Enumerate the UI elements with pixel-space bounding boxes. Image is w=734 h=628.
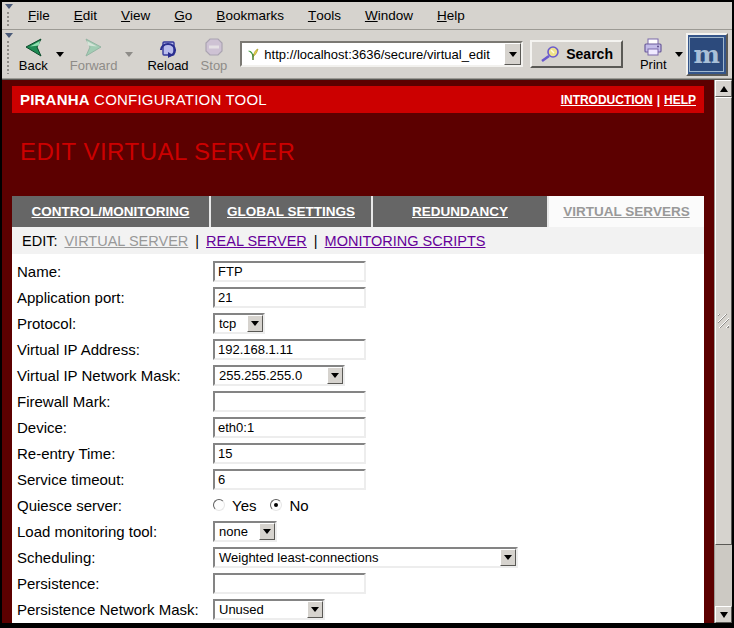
selected-value: 255.255.255.0 [215, 367, 327, 384]
url-input[interactable]: http://localhost:3636/secure/virtual_edi… [261, 47, 504, 62]
radio-yes[interactable] [213, 499, 225, 511]
selected-value: none [215, 523, 259, 540]
subnav-links: VIRTUAL SERVER|REAL SERVER|MONITORING SC… [64, 233, 485, 249]
form-row-virtual-ip-network-mask: Virtual IP Network Mask:255.255.255.0 [12, 362, 704, 388]
select-dropdown-button[interactable] [500, 549, 516, 566]
tab-virtual-servers[interactable]: VIRTUAL SERVERS [549, 196, 704, 227]
field-label-load-monitoring-tool: Load monitoring tool: [12, 523, 213, 540]
form-row-scheduling: Scheduling:Weighted least-connections [12, 544, 704, 570]
search-button[interactable]: Search [530, 40, 623, 68]
menu-window[interactable]: Window [353, 2, 425, 29]
reload-button[interactable]: Reload [144, 35, 191, 74]
field-label-protocol: Protocol: [12, 315, 213, 332]
scroll-down-button[interactable] [715, 606, 732, 623]
field-label-virtual-ip-network-mask: Virtual IP Network Mask: [12, 367, 213, 384]
menu-view[interactable]: View [109, 2, 162, 29]
tab-redundancy[interactable]: REDUNDANCY [373, 196, 549, 227]
field-label-device: Device: [12, 419, 213, 436]
field-input-virtual-ip-address[interactable]: 192.168.1.11 [213, 339, 366, 360]
subnav-real-server[interactable]: REAL SERVER [206, 233, 307, 249]
menu-edit[interactable]: Edit [62, 2, 109, 29]
field-select-virtual-ip-network-mask[interactable]: 255.255.255.0 [213, 365, 345, 386]
url-history-dropdown[interactable] [504, 43, 521, 65]
search-icon [540, 45, 562, 63]
browser-window: FileEditViewGoBookmarksToolsWindowHelp B… [0, 0, 734, 628]
chevron-down-icon [311, 607, 319, 612]
selected-value: tcp [215, 315, 247, 332]
field-select-load-monitoring-tool[interactable]: none [213, 521, 277, 542]
stop-button[interactable]: Stop [198, 35, 231, 74]
form-row-application-port: Application port:21 [12, 284, 704, 310]
back-icon [21, 37, 45, 58]
form-row-firewall-mark: Firewall Mark: [12, 388, 704, 414]
stop-label: Stop [201, 59, 228, 72]
tab-control-monitoring[interactable]: CONTROL/MONITORING [12, 196, 211, 227]
radio-label-no: No [289, 497, 308, 514]
form-row-device: Device:eth0:1 [12, 414, 704, 440]
selected-value: Weighted least-connections [215, 549, 500, 566]
field-input-re-entry-time[interactable]: 15 [213, 443, 366, 464]
scrollbar-track[interactable] [715, 97, 732, 606]
brand-strong: PIRANHA [20, 91, 90, 108]
help-link[interactable]: HELP [664, 93, 696, 107]
selected-value: Unused [215, 601, 307, 618]
print-button[interactable]: Print [637, 35, 670, 73]
menu-bookmarks[interactable]: Bookmarks [204, 2, 296, 29]
grippy-dots [6, 40, 11, 74]
field-input-application-port[interactable]: 21 [213, 287, 366, 308]
select-dropdown-button[interactable] [327, 367, 343, 384]
back-dropdown-icon[interactable] [56, 52, 64, 57]
forward-dropdown-icon[interactable] [125, 52, 133, 57]
toolbar-grippy[interactable] [4, 32, 14, 76]
url-bar[interactable]: http://localhost:3636/secure/virtual_edi… [240, 41, 523, 67]
menubar-grippy[interactable] [4, 3, 14, 28]
field-label-quiesce-server: Quiesce server: [12, 497, 213, 514]
radio-no[interactable] [270, 499, 282, 511]
bookmark-leaf-icon[interactable] [245, 46, 261, 62]
mozilla-m-icon: m [689, 37, 724, 72]
field-input-persistence[interactable] [213, 573, 366, 594]
field-label-name: Name: [12, 263, 213, 280]
select-dropdown-button[interactable] [307, 601, 323, 618]
forward-button[interactable]: Forward [67, 35, 121, 74]
scroll-up-button[interactable] [715, 80, 732, 97]
introduction-link[interactable]: INTRODUCTION [561, 93, 653, 107]
field-label-virtual-ip-address: Virtual IP Address: [12, 341, 213, 358]
select-dropdown-button[interactable] [259, 523, 275, 540]
field-input-device[interactable]: eth0:1 [213, 417, 366, 438]
menu-bar: FileEditViewGoBookmarksToolsWindowHelp [2, 2, 732, 30]
grippy-collapse-icon [5, 33, 13, 38]
subnav-monitoring-scripts[interactable]: MONITORING SCRIPTS [325, 233, 486, 249]
field-input-service-timeout[interactable]: 6 [213, 469, 366, 490]
print-icon [641, 37, 665, 57]
brand-title: PIRANHA CONFIGURATION TOOL [20, 91, 267, 108]
field-select-scheduling[interactable]: Weighted least-connections [213, 547, 518, 568]
menu-file[interactable]: File [16, 2, 62, 29]
field-input-name[interactable]: FTP [213, 261, 366, 282]
field-select-protocol[interactable]: tcp [213, 313, 265, 334]
select-dropdown-button[interactable] [247, 315, 263, 332]
tab-global-settings[interactable]: GLOBAL SETTINGS [211, 196, 373, 227]
browser-viewport: PIRANHA CONFIGURATION TOOL INTRODUCTION|… [2, 79, 732, 623]
menu-help[interactable]: Help [425, 2, 477, 29]
field-label-scheduling: Scheduling: [12, 549, 213, 566]
forward-icon [82, 37, 106, 58]
form-row-protocol: Protocol:tcp [12, 310, 704, 336]
scrollbar-thumb[interactable] [715, 97, 732, 545]
field-select-persistence-network-mask[interactable]: Unused [213, 599, 325, 620]
arrow-down-icon [720, 612, 728, 618]
print-dropdown-icon[interactable] [675, 52, 683, 57]
reload-icon [157, 37, 179, 58]
field-label-persistence: Persistence: [12, 575, 213, 592]
field-label-re-entry-time: Re-entry Time: [12, 445, 213, 462]
field-input-firewall-mark[interactable] [213, 391, 366, 412]
field-label-firewall-mark: Firewall Mark: [12, 393, 213, 410]
mozilla-logo-button[interactable]: m [686, 33, 728, 76]
menu-go[interactable]: Go [162, 2, 204, 29]
vertical-scrollbar[interactable] [714, 80, 732, 623]
back-button[interactable]: Back [16, 35, 51, 74]
reload-label: Reload [147, 59, 188, 72]
menu-tools[interactable]: Tools [296, 2, 353, 29]
back-label: Back [19, 59, 48, 72]
chevron-down-icon [504, 555, 512, 560]
